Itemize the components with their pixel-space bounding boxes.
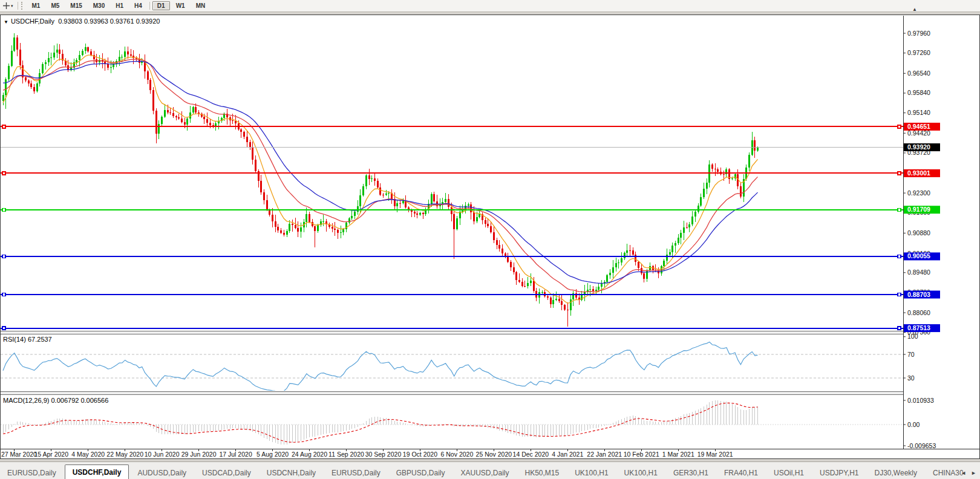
- toolbar-separator: [149, 2, 150, 10]
- candles-layer: [2, 33, 759, 326]
- cursor-dropdown-caret[interactable]: ▾: [11, 4, 13, 8]
- ma-line-8: [3, 55, 758, 303]
- rsi-layer: [1, 342, 903, 391]
- price-tick: 0.90880: [907, 229, 930, 236]
- tab-items: EURUSD,DailyUSDCHF,DailyAUDUSD,DailyUSDC…: [0, 464, 963, 479]
- macd-signal-value: 0.006566: [80, 397, 108, 404]
- macd-main-value: 0.006792: [51, 397, 79, 404]
- rsi-name: RSI(14): [3, 336, 26, 343]
- macd-indicator-label: MACD(12,26,9) 0.006792 0.006566: [3, 397, 108, 404]
- timeframe-button-mn[interactable]: MN: [191, 1, 211, 10]
- crosshair-cursor-icon[interactable]: ▾: [0, 2, 16, 9]
- hline-handle: [2, 327, 5, 330]
- price-tick: 0.89480: [907, 269, 930, 276]
- macd-layer: [1, 400, 903, 445]
- chart-tab-usdcnh-daily[interactable]: USDCNH,Daily: [260, 466, 323, 479]
- chart-tab-dj30-weekly[interactable]: DJ30,Weekly: [867, 466, 924, 479]
- tab-nav: ◄ ►: [961, 470, 979, 476]
- rsi-value: 67.2537: [28, 336, 52, 343]
- chart-tab-usdjpy-h1[interactable]: USDJPY,H1: [812, 466, 866, 479]
- date-tick-label: 10 Jun 2020: [145, 451, 180, 458]
- chart-tab-china300-h1[interactable]: CHINA300,H1: [926, 466, 963, 479]
- price-tick: 0.92300: [907, 189, 930, 197]
- tab-scroll-right-icon[interactable]: ►: [971, 470, 976, 476]
- price-tick: 0.95840: [907, 89, 930, 96]
- timeframe-button-m15[interactable]: M15: [65, 1, 87, 10]
- timeframe-toolbar: ▾ M1M5M15M30H1H4D1W1MN: [0, 0, 980, 12]
- macd-axis-label: 0.00: [907, 421, 920, 428]
- hline-price-badge-text: 0.90055: [907, 252, 930, 259]
- date-axis: 27 Mar 202015 Apr 20204 May 202022 May 2…: [1, 449, 733, 458]
- chart-canvas[interactable]: 0.979600.972600.965400.958400.951400.944…: [0, 15, 980, 458]
- ma-line-21: [3, 59, 758, 292]
- chart-tab-ger30-h1[interactable]: GER30,H1: [666, 466, 716, 479]
- hline-handle: [2, 208, 5, 211]
- chart-tab-eurusd-daily[interactable]: EURUSD,Daily: [324, 466, 388, 479]
- hline-handle: [898, 172, 901, 175]
- hline-price-badge-text: 0.88703: [907, 291, 930, 298]
- timeframe-button-d1[interactable]: D1: [152, 1, 170, 10]
- timeframe-button-m5[interactable]: M5: [46, 1, 64, 10]
- chart-tab-uk100-h1[interactable]: UK100,H1: [617, 466, 665, 479]
- date-tick-label: 1 Mar 2021: [662, 451, 694, 458]
- timeframe-button-w1[interactable]: W1: [171, 1, 190, 10]
- hline-handle: [2, 293, 5, 296]
- date-tick-label: 30 Sep 2020: [365, 451, 402, 458]
- chart-tab-xauusd-daily[interactable]: XAUUSD,Daily: [453, 466, 516, 479]
- ma-line-34: [3, 61, 758, 283]
- date-tick-label: 6 Nov 2020: [441, 451, 474, 458]
- rsi-indicator-label: RSI(14) 67.2537: [3, 336, 52, 343]
- date-tick-label: 14 Dec 2020: [513, 451, 549, 458]
- hline-handle: [898, 255, 901, 258]
- date-tick-label: 15 Apr 2020: [34, 451, 68, 458]
- toolbar-separator: [18, 2, 18, 10]
- mt4-application: ▾ M1M5M15M30H1H4D1W1MN ▲ ▼USDCHF,Daily 0…: [0, 0, 980, 479]
- chart-tab-gbpusd-daily[interactable]: GBPUSD,Daily: [389, 466, 452, 479]
- tab-scroll-left-icon[interactable]: ◄: [961, 470, 966, 476]
- hline-price-badge-text: 0.91709: [907, 206, 930, 213]
- price-tick: 0.97960: [907, 30, 930, 37]
- timeframe-button-m1[interactable]: M1: [27, 1, 45, 10]
- price-tick: 0.97260: [907, 49, 930, 56]
- moving-averages-layer: [3, 55, 758, 303]
- chart-tab-eurusd-daily[interactable]: EURUSD,Daily: [0, 466, 64, 479]
- date-tick-label: 17 Jul 2020: [219, 451, 252, 458]
- date-tick-label: 22 Jan 2021: [587, 451, 622, 458]
- date-tick-label: 19 Oct 2020: [403, 451, 437, 458]
- timeframe-button-m30[interactable]: M30: [88, 1, 109, 10]
- rsi-axis-label: 30: [907, 374, 915, 382]
- hline-handle: [898, 125, 901, 128]
- date-tick-label: 22 May 2020: [106, 451, 143, 458]
- macd-name: MACD(12,26,9): [3, 397, 49, 404]
- current-price-badge-text: 0.93920: [907, 143, 930, 151]
- price-tick: 0.95140: [907, 109, 930, 116]
- chart-quote-ohlc: 0.93803 0.93963 0.93761 0.93920: [58, 18, 160, 25]
- hline-price-badge-text: 0.93001: [907, 169, 930, 177]
- hline-handle: [2, 125, 5, 128]
- chart-tab-usdchf-daily[interactable]: USDCHF,Daily: [65, 464, 129, 479]
- date-tick-label: 4 Jan 2021: [552, 451, 583, 458]
- hline-price-badge-text: 0.87513: [907, 324, 930, 331]
- macd-axis-label: -0.009653: [907, 442, 936, 449]
- collapse-quote-icon[interactable]: ▼: [4, 19, 8, 25]
- panel-separators: [1, 331, 979, 449]
- toolbar-grip[interactable]: [21, 2, 24, 10]
- chart-tab-fra40-h1[interactable]: FRA40,H1: [717, 466, 765, 479]
- rsi-axis-label: 100: [907, 333, 918, 340]
- chart-tab-uk100-h1[interactable]: UK100,H1: [567, 466, 615, 479]
- chart-tab-usdcad-daily[interactable]: USDCAD,Daily: [195, 466, 258, 479]
- chart-tabbar: EURUSD,DailyUSDCHF,DailyAUDUSD,DailyUSDC…: [0, 461, 980, 479]
- crosshair-glyph: [3, 2, 10, 9]
- rsi-line: [3, 342, 758, 391]
- chart-shift-marker-icon[interactable]: ▲: [912, 7, 917, 12]
- chart-tab-hk50-m15[interactable]: HK50,M15: [517, 466, 566, 479]
- price-tick: 0.96540: [907, 70, 930, 77]
- chart-symbol-label: USDCHF,Daily: [11, 18, 54, 25]
- hline-handle: [2, 255, 5, 258]
- timeframe-button-h4[interactable]: H4: [129, 1, 147, 10]
- chart-tab-usoil-h1[interactable]: USOil,H1: [766, 466, 811, 479]
- date-tick-label: 19 Mar 2021: [697, 451, 733, 458]
- date-tick-label: 24 Aug 2020: [292, 451, 327, 458]
- timeframe-button-h1[interactable]: H1: [111, 1, 128, 10]
- chart-tab-audusd-daily[interactable]: AUDUSD,Daily: [130, 466, 194, 479]
